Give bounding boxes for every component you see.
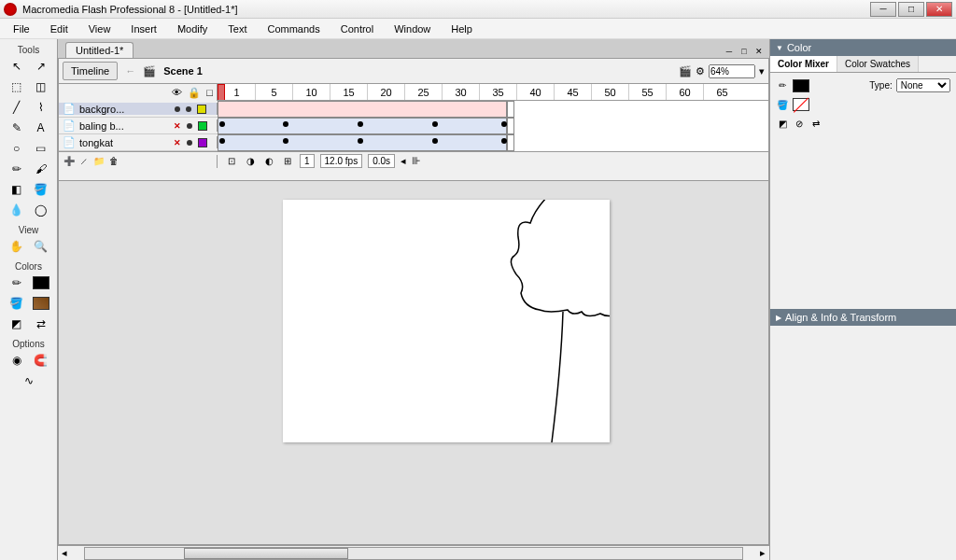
frames-track[interactable] bbox=[218, 118, 768, 134]
gradient-transform-tool[interactable]: ◫ bbox=[30, 77, 52, 96]
menu-view[interactable]: View bbox=[79, 21, 120, 36]
menu-window[interactable]: Window bbox=[385, 21, 440, 36]
ink-bottle-tool[interactable]: ◧ bbox=[6, 180, 28, 199]
show-hide-icon[interactable]: 👁 bbox=[172, 87, 182, 98]
type-select[interactable]: None bbox=[896, 78, 950, 92]
menu-insert[interactable]: Insert bbox=[121, 21, 166, 36]
ruler-mark[interactable]: 55 bbox=[628, 84, 666, 101]
subselection-tool[interactable]: ↗ bbox=[30, 57, 52, 76]
layer-row[interactable]: 📄baling b...✕ bbox=[59, 118, 768, 134]
menu-commands[interactable]: Commands bbox=[258, 21, 329, 36]
horizontal-scrollbar[interactable]: ◂ ▸ bbox=[58, 545, 769, 560]
outline-icon[interactable]: □ bbox=[206, 87, 213, 98]
rectangle-tool[interactable]: ▭ bbox=[30, 139, 52, 158]
outline-swatch[interactable] bbox=[197, 105, 206, 114]
outline-swatch[interactable] bbox=[198, 121, 207, 131]
outline-swatch[interactable] bbox=[198, 138, 207, 147]
eyedropper-tool[interactable]: 💧 bbox=[6, 201, 28, 219]
unlock-icon[interactable] bbox=[187, 140, 192, 146]
snap-option[interactable]: ◉ bbox=[6, 351, 28, 370]
unlock-icon[interactable] bbox=[187, 123, 192, 129]
text-tool[interactable]: A bbox=[30, 119, 52, 137]
doc-maximize[interactable]: □ bbox=[738, 45, 751, 58]
visible-icon[interactable] bbox=[175, 106, 180, 112]
ruler-mark[interactable]: 30 bbox=[442, 84, 479, 101]
stroke-swatch[interactable] bbox=[793, 79, 809, 92]
color-panel-title[interactable]: ▼ Color bbox=[770, 39, 956, 56]
fill-swatch[interactable] bbox=[793, 98, 809, 111]
oval-tool[interactable]: ○ bbox=[6, 139, 28, 158]
close-button[interactable]: ✕ bbox=[926, 2, 952, 17]
default-colors[interactable]: ◩ bbox=[6, 315, 28, 333]
brush-tool[interactable]: 🖌 bbox=[30, 160, 52, 178]
pencil-tool[interactable]: ✏ bbox=[6, 160, 28, 178]
scroll-left-button[interactable]: ◂ bbox=[58, 547, 71, 559]
layer-row[interactable]: 📄tongkat✕ bbox=[59, 134, 768, 151]
align-panel-title[interactable]: ▶ Align & Info & Transform bbox=[770, 309, 956, 326]
playhead[interactable] bbox=[218, 84, 225, 101]
swap-icon[interactable]: ⇄ bbox=[809, 117, 822, 130]
hidden-icon[interactable]: ✕ bbox=[174, 121, 181, 131]
color-mixer-tab[interactable]: Color Mixer bbox=[770, 56, 837, 72]
doc-minimize[interactable]: ─ bbox=[723, 45, 736, 58]
unlock-icon[interactable] bbox=[186, 106, 191, 112]
ruler-mark[interactable]: 50 bbox=[591, 84, 628, 101]
ruler-mark[interactable]: 10 bbox=[292, 84, 330, 101]
frames-track[interactable] bbox=[218, 134, 768, 151]
ruler-mark[interactable]: 35 bbox=[479, 84, 516, 101]
maximize-button[interactable]: □ bbox=[898, 2, 924, 17]
menu-file[interactable]: File bbox=[4, 21, 39, 36]
no-color-icon[interactable]: ⊘ bbox=[793, 117, 806, 130]
ruler-mark[interactable]: 5 bbox=[255, 84, 292, 101]
selection-tool[interactable]: ↖ bbox=[6, 57, 28, 76]
add-motion-guide-icon[interactable]: ⟋ bbox=[77, 155, 91, 168]
scroll-right-button[interactable]: ▸ bbox=[756, 547, 769, 559]
zoom-tool[interactable]: 🔍 bbox=[30, 237, 52, 256]
delete-layer-icon[interactable]: 🗑 bbox=[107, 155, 120, 168]
ruler-mark[interactable]: 40 bbox=[516, 84, 554, 101]
scroll-scrub-icon[interactable]: ⊪ bbox=[412, 155, 421, 167]
canvas[interactable] bbox=[58, 181, 769, 545]
eraser-tool[interactable]: ◯ bbox=[30, 201, 52, 219]
center-frame-icon[interactable]: ⊡ bbox=[225, 155, 238, 168]
color-swatches-tab[interactable]: Color Swatches bbox=[837, 56, 919, 72]
ruler-mark[interactable]: 65 bbox=[703, 84, 740, 101]
ruler-mark[interactable]: 25 bbox=[404, 84, 442, 101]
layer-row[interactable]: 📄backgro... bbox=[59, 101, 768, 118]
line-tool[interactable]: ╱ bbox=[6, 98, 28, 117]
edit-frames-icon[interactable]: ⊞ bbox=[281, 155, 294, 168]
insert-folder-icon[interactable]: 📁 bbox=[92, 155, 105, 168]
ruler-mark[interactable]: 20 bbox=[367, 84, 404, 101]
timeline-button[interactable]: Timeline bbox=[63, 62, 118, 80]
smooth-option[interactable]: ∿ bbox=[18, 371, 40, 390]
menu-modify[interactable]: Modify bbox=[168, 21, 217, 36]
frames-track[interactable] bbox=[218, 101, 768, 118]
scrollbar-thumb[interactable] bbox=[184, 548, 348, 559]
fill-bucket-icon[interactable]: 🪣 bbox=[776, 98, 789, 111]
stage[interactable] bbox=[283, 200, 610, 442]
onion-skin-icon[interactable]: ◑ bbox=[244, 155, 257, 168]
bw-icon[interactable]: ◩ bbox=[776, 117, 789, 130]
frame-ruler[interactable]: 15101520253035404550556065 bbox=[218, 84, 768, 101]
free-transform-tool[interactable]: ⬚ bbox=[6, 77, 28, 96]
menu-text[interactable]: Text bbox=[218, 21, 256, 36]
paint-bucket-tool[interactable]: 🪣 bbox=[30, 180, 52, 199]
doc-close[interactable]: ✕ bbox=[752, 45, 766, 58]
lock-icon[interactable]: 🔒 bbox=[188, 87, 201, 99]
ruler-mark[interactable]: 45 bbox=[554, 84, 591, 101]
pen-tool[interactable]: ✎ bbox=[6, 119, 28, 137]
edit-scene-icon[interactable]: 🎬 bbox=[679, 65, 692, 77]
swap-colors[interactable]: ⇄ bbox=[30, 315, 52, 333]
minimize-button[interactable]: ─ bbox=[870, 2, 896, 17]
menu-help[interactable]: Help bbox=[442, 21, 482, 36]
onion-outline-icon[interactable]: ◐ bbox=[262, 155, 275, 168]
scroll-left-icon[interactable]: ◂ bbox=[401, 155, 406, 167]
ruler-mark[interactable]: 60 bbox=[666, 84, 703, 101]
stroke-pencil-icon[interactable]: ✏ bbox=[776, 79, 789, 92]
ruler-mark[interactable]: 15 bbox=[330, 84, 367, 101]
scene-name[interactable]: Scene 1 bbox=[163, 65, 203, 77]
zoom-input[interactable] bbox=[709, 64, 755, 78]
lasso-tool[interactable]: ⌇ bbox=[30, 98, 52, 117]
stroke-color[interactable] bbox=[30, 273, 52, 292]
menu-control[interactable]: Control bbox=[331, 21, 383, 36]
